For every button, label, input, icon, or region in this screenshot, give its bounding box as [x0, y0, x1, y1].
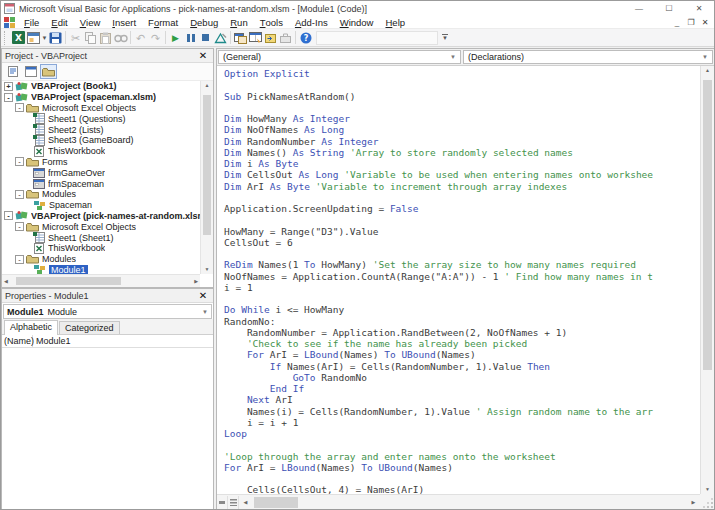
object-browser-button[interactable] [263, 30, 278, 45]
tab-alphabetic[interactable]: Alphabetic [4, 320, 58, 335]
collapse-icon[interactable]: - [15, 222, 24, 231]
view-code-button[interactable] [4, 64, 21, 79]
find-button[interactable] [113, 30, 128, 45]
tree-item-vbaproject-pick-names-at-random-xlsm[interactable]: -VBAProject (pick-names-at-random.xlsm) [2, 211, 200, 222]
paste-button[interactable] [98, 30, 113, 45]
properties-panel-close-icon[interactable]: ✕ [196, 290, 210, 302]
view-microsoft-excel-button[interactable]: X [11, 30, 26, 45]
scroll-left-icon[interactable]: ◀ [239, 496, 252, 509]
scroll-up-icon[interactable]: ▲ [701, 68, 714, 73]
full-module-view-button[interactable] [228, 496, 239, 509]
expand-icon[interactable]: + [4, 82, 13, 91]
tree-item-modules[interactable]: -Modules [2, 254, 200, 265]
child-minimize-button[interactable]: _ [670, 16, 684, 29]
menu-addins[interactable]: Add-Ins [289, 16, 334, 29]
redo-button[interactable]: ↷ [148, 30, 163, 45]
insert-userform-button[interactable] [26, 30, 41, 45]
tree-item-frmspaceman[interactable]: frmSpaceman [2, 178, 200, 189]
tree-item-frmgameover[interactable]: frmGameOver [2, 167, 200, 178]
code-editor[interactable]: Option Explicit Sub PickNamesAtRandom() … [217, 66, 700, 494]
menu-help[interactable]: Help [379, 16, 411, 29]
scrollbar-thumb[interactable] [254, 497, 298, 508]
tree-item-sheet3-gameboard[interactable]: Sheet3 (GameBoard) [2, 135, 200, 146]
procedure-dropdown[interactable]: (Declarations) ▼ [463, 50, 713, 64]
menu-view[interactable]: View [74, 16, 107, 29]
view-object-button[interactable] [22, 64, 39, 79]
close-button[interactable]: ✕ [684, 1, 714, 16]
menu-edit[interactable]: Edit [45, 16, 73, 29]
child-close-button[interactable]: ✕ [698, 16, 712, 29]
menu-file[interactable]: File [18, 16, 45, 29]
tree-item-thisworkbook[interactable]: ThisWorkbook [2, 243, 200, 254]
toggle-folders-button[interactable] [40, 64, 57, 79]
maximize-button[interactable]: ☐ [654, 1, 684, 16]
collapse-icon[interactable]: - [4, 93, 13, 102]
tree-item-vbaproject-book1[interactable]: +VBAProject (Book1) [2, 81, 200, 92]
menu-run[interactable]: Run [224, 16, 253, 29]
tree-item-forms[interactable]: -Forms [2, 157, 200, 168]
properties-window-button[interactable] [248, 30, 263, 45]
tree-item-microsoft-excel-objects[interactable]: -Microsoft Excel Objects [2, 103, 200, 114]
menu-window[interactable]: Window [334, 16, 380, 29]
toolbox-button[interactable] [278, 30, 293, 45]
scroll-right-icon[interactable]: ▶ [687, 496, 700, 509]
scrollbar-thumb[interactable] [16, 277, 121, 285]
save-button[interactable] [48, 30, 63, 45]
property-row[interactable]: (Name)Module1 [2, 335, 213, 348]
scroll-down-icon[interactable]: ▼ [701, 487, 714, 492]
project-tree-vertical-scrollbar[interactable]: ▲ ▼ [200, 81, 213, 274]
chevron-down-icon[interactable]: ▼ [41, 35, 48, 41]
collapse-icon[interactable]: - [15, 103, 24, 112]
project-explorer-button[interactable] [233, 30, 248, 45]
scrollbar-thumb[interactable] [703, 80, 712, 370]
break-button[interactable] [183, 30, 198, 45]
menu-debug[interactable]: Debug [184, 16, 224, 29]
undo-button[interactable]: ↶ [133, 30, 148, 45]
project-tree-horizontal-scrollbar[interactable]: ◀ ▶ [2, 274, 200, 287]
tree-item-modules[interactable]: -Modules [2, 189, 200, 200]
toolbar-options-button[interactable]: ▼ [440, 30, 450, 45]
toolbar-grip[interactable] [4, 31, 9, 45]
collapse-icon[interactable]: - [15, 190, 24, 199]
design-mode-button[interactable] [213, 30, 228, 45]
property-value[interactable]: Module1 [33, 336, 71, 346]
project-panel-close-icon[interactable]: ✕ [196, 50, 210, 62]
scroll-down-icon[interactable]: ▼ [201, 267, 213, 272]
minimize-button[interactable]: — [624, 1, 654, 16]
tree-item-sheet1-sheet1[interactable]: Sheet1 (Sheet1) [2, 232, 200, 243]
collapse-icon[interactable]: - [15, 157, 24, 166]
reset-button[interactable] [198, 30, 213, 45]
copy-button[interactable] [83, 30, 98, 45]
cut-button[interactable]: ✂ [68, 30, 83, 45]
help-button[interactable]: ? [298, 30, 313, 45]
object-dropdown[interactable]: (General) ▼ [218, 50, 461, 64]
tree-item-sheet1-questions[interactable]: Sheet1 (Questions) [2, 113, 200, 124]
property-name: (Name) [2, 335, 33, 348]
svg-text:X: X [15, 33, 22, 43]
code-vertical-scrollbar[interactable]: ▲ ▼ [700, 66, 714, 494]
tab-categorized[interactable]: Categorized [59, 321, 120, 334]
collapse-icon[interactable]: - [15, 255, 24, 264]
code-line [224, 439, 700, 450]
scroll-up-icon[interactable]: ▲ [201, 83, 213, 88]
scrollbar-thumb[interactable] [203, 95, 211, 235]
run-sub-button[interactable]: ▶ [168, 30, 183, 45]
project-icon [15, 210, 28, 221]
scroll-left-icon[interactable]: ◀ [4, 279, 8, 284]
tree-item-thisworkbook[interactable]: ThisWorkbook [2, 146, 200, 157]
tree-item-sheet2-lists[interactable]: Sheet2 (Lists) [2, 124, 200, 135]
tree-item-vbaproject-spaceman-xlsm[interactable]: -VBAProject (spaceman.xlsm) [2, 92, 200, 103]
menu-tools[interactable]: Tools [254, 16, 289, 29]
scrollbar-track[interactable] [252, 496, 687, 509]
procedure-view-button[interactable] [217, 496, 228, 509]
menu-format[interactable]: Format [142, 16, 184, 29]
tree-item-microsoft-excel-objects[interactable]: -Microsoft Excel Objects [2, 221, 200, 232]
menu-insert[interactable]: Insert [106, 16, 142, 29]
properties-object-selector[interactable]: Module1 Module ▼ [3, 304, 212, 319]
tree-item-module1[interactable]: Module1 [2, 265, 200, 274]
tree-item-spaceman[interactable]: Spaceman [2, 200, 200, 211]
child-restore-button[interactable]: ❐ [684, 16, 698, 29]
scroll-right-icon[interactable]: ▶ [194, 279, 198, 284]
resize-grip[interactable] [700, 494, 714, 509]
collapse-icon[interactable]: - [4, 211, 13, 220]
